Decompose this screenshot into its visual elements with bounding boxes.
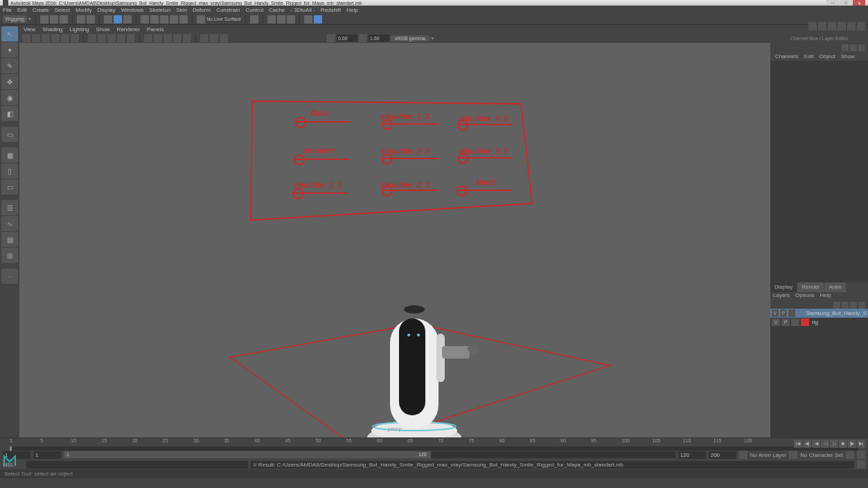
workspace-icon-2[interactable] <box>818 22 826 30</box>
view-icon-1[interactable] <box>61 34 69 42</box>
range-end-outer[interactable] <box>709 451 736 459</box>
workspace-icon-1[interactable] <box>808 22 817 30</box>
rig-slider-hand[interactable] <box>457 190 512 191</box>
channel-tab-edit[interactable]: Edit <box>802 53 816 61</box>
menu-edit[interactable]: Edit <box>17 7 27 13</box>
cmd-input[interactable] <box>26 461 248 469</box>
play-back-button[interactable]: ◁ <box>821 440 829 448</box>
goto-start-button[interactable]: |◀ <box>794 440 802 448</box>
render-settings-icon[interactable] <box>287 15 295 24</box>
snap-point-icon[interactable] <box>160 15 168 24</box>
step-forward-button[interactable]: ▶ <box>839 440 847 448</box>
minimize-button[interactable]: — <box>826 0 839 6</box>
layer-tab-render[interactable]: Render <box>797 282 824 292</box>
menu-skeleton[interactable]: Skeleton <box>149 7 170 13</box>
layer-type[interactable] <box>791 318 799 326</box>
gate-icon[interactable] <box>107 34 116 42</box>
wire-icon[interactable] <box>144 34 152 42</box>
grid-icon[interactable] <box>88 34 96 42</box>
menu-control[interactable]: Control <box>245 7 263 13</box>
layer-tab-display[interactable]: Display <box>770 282 797 292</box>
view-icon-2[interactable] <box>71 34 79 42</box>
menu-modify[interactable]: Modify <box>76 7 92 13</box>
cam-attr-icon[interactable] <box>32 34 40 42</box>
film-icon[interactable] <box>98 34 106 42</box>
live-icon[interactable] <box>197 15 205 24</box>
graph-icon[interactable]: ∿ <box>1 216 18 231</box>
texture-icon[interactable] <box>163 34 172 42</box>
layer-menu-options[interactable]: Options <box>795 292 815 300</box>
lasso-tool[interactable]: ✦ <box>1 42 18 57</box>
panel-menu-lighting[interactable]: Lighting <box>70 26 89 33</box>
menu-select[interactable]: Select <box>55 7 70 13</box>
layer-icon-4[interactable] <box>858 302 865 309</box>
rig-slider-base[interactable] <box>295 121 351 123</box>
xray-joint-icon[interactable] <box>220 34 228 42</box>
rig-slider-shoulder-1-2[interactable] <box>382 123 437 125</box>
range-start-inner[interactable] <box>33 451 61 459</box>
step-back-button[interactable]: ◀ <box>812 440 820 448</box>
shaded-icon[interactable] <box>154 34 162 42</box>
res-icon[interactable] <box>127 34 135 42</box>
paint-tool-icon[interactable] <box>123 15 132 24</box>
dope-icon[interactable]: ▤ <box>1 232 18 247</box>
menu-redshift[interactable]: Redshift <box>321 7 341 13</box>
save-scene-icon[interactable] <box>60 15 68 24</box>
outliner-icon[interactable]: ☰ <box>1 200 18 215</box>
workspace-icon-3[interactable] <box>828 22 836 30</box>
lasso-tool-icon[interactable] <box>114 15 122 24</box>
chan-icon-3[interactable] <box>858 44 865 51</box>
range-end-inner[interactable] <box>678 451 706 459</box>
layer-icon-1[interactable] <box>833 302 840 309</box>
close-button[interactable]: ✕ <box>853 0 865 6</box>
select-tool[interactable]: ↖ <box>1 26 18 42</box>
rig-label-base[interactable]: Base <box>310 109 328 117</box>
charset-dropdown[interactable]: No Character Set <box>800 452 843 458</box>
panel-menu-show[interactable]: Show <box>96 26 110 33</box>
snap-plane-icon[interactable] <box>170 15 178 24</box>
viewport[interactable]: Baseshoulder_1_2shoulder_3_2shouldershou… <box>19 43 770 437</box>
step-forward-key-button[interactable]: |▶ <box>848 440 856 448</box>
panel-menu-view[interactable]: View <box>24 26 35 33</box>
channel-tab-channels[interactable]: Channels <box>773 53 801 61</box>
rig-slider-shoulder-3-2[interactable] <box>457 124 513 125</box>
range-icon-1[interactable] <box>739 451 747 459</box>
snap-live-icon[interactable] <box>179 15 188 24</box>
rig-slider-shoulder-1-1[interactable] <box>292 192 348 194</box>
rig-slider-shoulder-3-1[interactable] <box>457 157 513 159</box>
rig-label-shoulder[interactable]: shoulder <box>303 146 335 154</box>
rotate-tool[interactable]: ◉ <box>1 90 18 105</box>
rig-slider-shoulder[interactable] <box>294 159 349 160</box>
layer-icon-2[interactable] <box>842 302 849 309</box>
panel-menu-renderer[interactable]: Renderer <box>117 26 140 33</box>
ipr-icon[interactable] <box>277 15 285 24</box>
maximize-button[interactable]: □ <box>840 0 852 6</box>
menu-dtoall[interactable]: - 3DtoAll - <box>290 7 315 13</box>
range-icon-2[interactable] <box>789 451 797 459</box>
layout-single[interactable]: ▭ <box>1 127 18 142</box>
timeline[interactable]: 1510152025303540455055606570758085909510… <box>0 437 868 450</box>
xray-icon[interactable] <box>210 34 218 42</box>
redo-icon[interactable] <box>87 15 95 24</box>
menu-windows[interactable]: Windows <box>121 7 143 13</box>
select-tool-icon[interactable] <box>104 15 112 24</box>
bookmark-icon[interactable] <box>42 34 50 42</box>
paint-tool[interactable]: ✎ <box>1 58 18 73</box>
menu-constrain[interactable]: Constrain <box>216 7 240 13</box>
menu-deform[interactable]: Deform <box>193 7 211 13</box>
gamma-field[interactable] <box>369 35 389 42</box>
goto-end-button[interactable]: ▶| <box>857 440 865 448</box>
shelf-icon-c[interactable] <box>314 15 322 24</box>
panel-menu-panels[interactable]: Panels <box>147 26 163 33</box>
anim-layer-dropdown[interactable]: No Anim Layer <box>750 452 786 458</box>
menu-create[interactable]: Create <box>33 7 49 13</box>
workspace-dropdown[interactable]: Rigging <box>3 15 27 23</box>
chan-icon-1[interactable] <box>842 44 849 51</box>
menu-cache[interactable]: Cache <box>269 7 285 13</box>
layout-two-v[interactable]: ▭ <box>1 179 18 195</box>
layer-vis[interactable]: V <box>772 318 780 326</box>
channel-tab-object[interactable]: Object <box>817 53 838 61</box>
exposure-icon[interactable] <box>327 34 335 42</box>
menu-help[interactable]: Help <box>346 7 357 13</box>
open-scene-icon[interactable] <box>50 15 58 24</box>
